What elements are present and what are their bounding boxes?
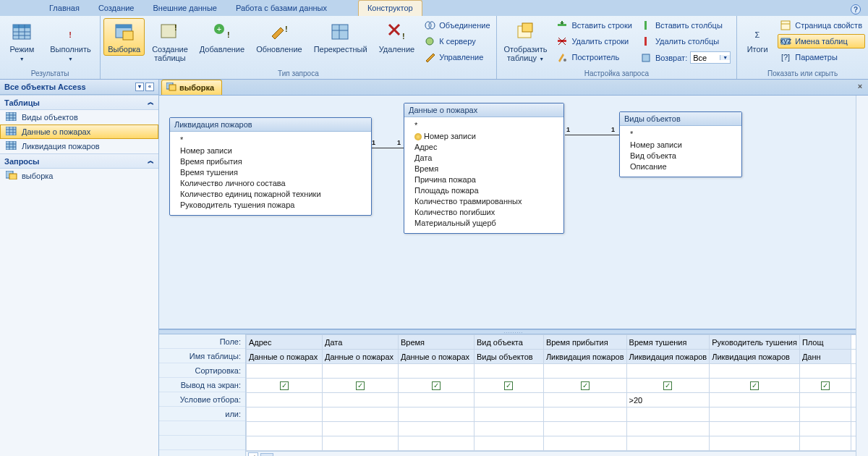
grid-cell[interactable] (710, 408, 800, 422)
grid-table[interactable]: АдресДатаВремяВид объектаВремя прибытияВ… (246, 334, 868, 451)
view-button[interactable]: Режим ▼ (3, 18, 41, 66)
table-diagram[interactable]: 1 1 1 1 Ликвидация пожаров*Номер записиВ… (159, 96, 868, 329)
help-icon[interactable]: ? (851, 4, 861, 14)
table-field[interactable]: Площадь пожара (414, 185, 555, 196)
navitem-table[interactable]: Виды объектов (0, 110, 158, 124)
grid-cell[interactable] (322, 393, 398, 408)
table-names-button[interactable]: xyzИмена таблиц (778, 34, 865, 48)
table-field[interactable]: Время тушения (180, 167, 362, 178)
grid-cell[interactable] (322, 364, 398, 379)
query-delete-button[interactable]: ! Удаление (375, 18, 420, 56)
grid-cell[interactable] (799, 364, 851, 379)
grid-cell[interactable] (398, 364, 474, 379)
grid-cell[interactable] (474, 364, 543, 379)
grid-cell[interactable]: ✓ (710, 379, 800, 393)
close-icon[interactable]: × (855, 82, 865, 92)
show-checkbox[interactable]: ✓ (581, 381, 590, 390)
query-union-button[interactable]: Объединение (422, 18, 493, 33)
table-field[interactable]: Количество единиц пожарной техники (180, 189, 362, 200)
chevron-down-icon[interactable]: ▾ (135, 83, 144, 91)
tab-database-tools[interactable]: Работа с базами данных (226, 0, 336, 16)
grid-cell[interactable]: Ликвидация пожаров (543, 350, 626, 364)
grid-cell[interactable] (710, 393, 800, 408)
table-field[interactable]: Количество погибших (414, 207, 555, 218)
run-button[interactable]: ! Выполнить ▼ (44, 18, 98, 66)
grid-cell[interactable] (247, 408, 323, 422)
scroll-thumb[interactable] (260, 453, 273, 456)
delete-rows-button[interactable]: Удалить строки (554, 34, 634, 48)
tab-designer[interactable]: Конструктор (358, 0, 422, 16)
grid-cell[interactable]: Время тушения (626, 335, 710, 350)
grid-cell[interactable] (247, 393, 323, 408)
chevron-down-icon[interactable]: ▼ (720, 55, 730, 60)
horizontal-splitter[interactable]: ········· (159, 329, 868, 334)
query-append-button[interactable]: +! Добавление (195, 18, 249, 56)
grid-cell[interactable] (710, 364, 800, 379)
grid-cell[interactable]: ✓ (799, 379, 851, 393)
grid-cell[interactable] (398, 436, 474, 451)
insert-cols-button[interactable]: Вставить столбцы (638, 18, 733, 33)
grid-cell[interactable]: Адрес (247, 335, 323, 350)
show-checkbox[interactable]: ✓ (750, 381, 759, 390)
insert-rows-button[interactable]: Вставить строки (554, 18, 634, 33)
query-passthru-button[interactable]: К серверу (422, 34, 493, 48)
grid-cell[interactable] (626, 408, 710, 422)
grid-cell[interactable] (543, 408, 626, 422)
query-update-button[interactable]: ! Обновление (252, 18, 307, 56)
grid-cell[interactable] (626, 422, 710, 436)
grid-cell[interactable] (799, 436, 851, 451)
grid-cell[interactable] (543, 422, 626, 436)
show-checkbox[interactable]: ✓ (663, 381, 672, 390)
query-select-button[interactable]: Выборка (103, 18, 145, 56)
parameters-button[interactable]: [?]Параметры (778, 50, 865, 64)
navgroup-queries[interactable]: Запросы︽ (0, 153, 158, 169)
grid-cell[interactable]: Ликвидация пожаров (626, 350, 710, 364)
grid-cell[interactable] (474, 422, 543, 436)
grid-cell[interactable] (626, 436, 710, 451)
grid-cell[interactable]: ✓ (626, 379, 710, 393)
navgroup-tables[interactable]: Таблицы︽ (0, 95, 158, 110)
horizontal-scrollbar[interactable]: ◄ (246, 451, 868, 456)
property-sheet-button[interactable]: Страница свойств (778, 18, 865, 33)
table-field[interactable]: Описание (630, 161, 733, 172)
grid-cell[interactable] (322, 408, 398, 422)
grid-cell[interactable]: ✓ (543, 379, 626, 393)
grid-cell[interactable]: ✓ (474, 379, 543, 393)
return-combo[interactable]: ▼ (690, 51, 731, 64)
grid-cell[interactable]: Ликвидация пожаров (710, 350, 800, 364)
grid-cell[interactable] (710, 422, 800, 436)
navpane-header[interactable]: Все объекты Access ▾« (0, 80, 158, 95)
show-table-button[interactable]: Отобразить таблицу ▼ (500, 18, 552, 66)
document-tab[interactable]: выборка (161, 80, 222, 95)
show-checkbox[interactable]: ✓ (356, 381, 365, 390)
grid-cell[interactable] (474, 408, 543, 422)
navitem-query[interactable]: выборка (0, 169, 158, 183)
grid-cell[interactable]: >20 (626, 393, 710, 408)
grid-cell[interactable] (474, 436, 543, 451)
grid-cell[interactable]: Виды объектов (474, 350, 543, 364)
grid-cell[interactable] (543, 393, 626, 408)
grid-cell[interactable] (799, 422, 851, 436)
table-box[interactable]: Данные о пожарах*Номер записиАдресДатаВр… (404, 103, 564, 234)
grid-cell[interactable]: Данн (799, 350, 851, 364)
table-box[interactable]: Ликвидация пожаров*Номер записиВремя при… (169, 117, 372, 216)
table-field[interactable]: Дата (414, 153, 555, 164)
table-field[interactable]: Номер записи (414, 131, 555, 142)
grid-cell[interactable] (247, 436, 323, 451)
grid-cell[interactable] (710, 436, 800, 451)
grid-cell[interactable]: ✓ (322, 379, 398, 393)
builder-button[interactable]: Построитель (554, 50, 634, 64)
totals-button[interactable]: Σ Итоги (740, 18, 775, 56)
grid-cell[interactable] (543, 436, 626, 451)
table-field[interactable]: Адрес (414, 142, 555, 153)
grid-cell[interactable]: ✓ (247, 379, 323, 393)
grid-cell[interactable] (799, 393, 851, 408)
grid-cell[interactable]: Руководитель тушения (710, 335, 800, 350)
show-checkbox[interactable]: ✓ (504, 381, 513, 390)
grid-cell[interactable]: Дата (322, 335, 398, 350)
table-field[interactable]: * (630, 129, 733, 140)
scroll-left-icon[interactable]: ◄ (248, 452, 258, 456)
tab-create[interactable]: Создание (89, 0, 144, 16)
table-field[interactable]: Количество травмированных (414, 196, 555, 207)
table-box[interactable]: Виды объектов*Номер записиВид объектаОпи… (619, 111, 742, 177)
